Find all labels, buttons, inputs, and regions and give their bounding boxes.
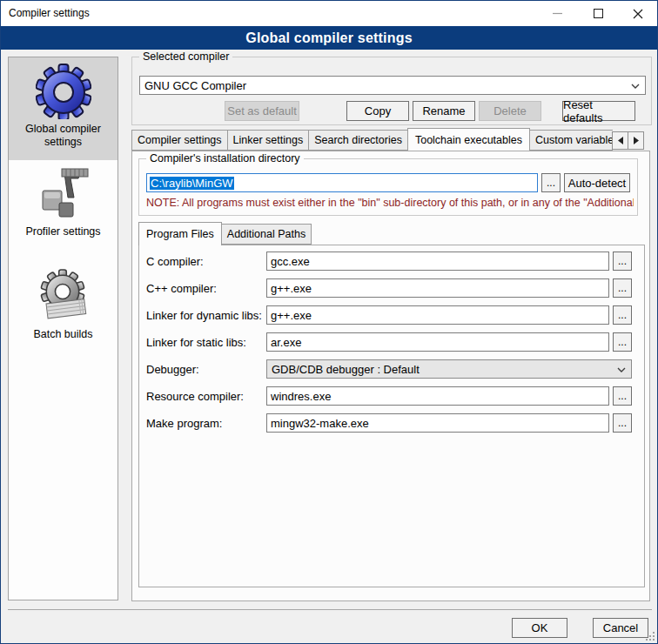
tab-custom-variables[interactable]: Custom variables	[529, 130, 613, 151]
arrow-left-icon	[618, 137, 623, 144]
tab-scroll-right-button[interactable]	[628, 131, 644, 150]
compiler-select-value: GNU GCC Compiler	[144, 79, 246, 92]
footer-separator	[8, 609, 652, 610]
close-button[interactable]	[619, 1, 657, 26]
tab-scroll-arrows	[613, 131, 644, 150]
debugger-select[interactable]: GDB/CDB debugger : Default	[266, 359, 632, 379]
close-icon	[633, 9, 643, 19]
chevron-down-icon	[617, 367, 626, 372]
resource-compiler-browse-button[interactable]: ...	[613, 386, 632, 406]
make-program-input[interactable]	[266, 413, 609, 433]
make-program-browse-button[interactable]: ...	[613, 413, 632, 433]
installation-directory-group-label: Compiler's installation directory	[146, 152, 304, 164]
dynamic-linker-browse-button[interactable]: ...	[613, 305, 632, 325]
maximize-button[interactable]	[578, 1, 618, 26]
blue-gear-icon	[36, 64, 91, 119]
toolchain-executables-page: Compiler's installation directory C:\ray…	[131, 151, 650, 601]
tab-search-directories[interactable]: Search directories	[308, 130, 408, 151]
resource-compiler-input[interactable]	[266, 386, 609, 406]
tab-scroll-left-button[interactable]	[612, 131, 628, 150]
cpp-compiler-label: C++ compiler:	[146, 278, 217, 298]
resource-compiler-label: Resource compiler:	[146, 386, 244, 406]
window-title: Compiler settings	[9, 7, 90, 19]
static-linker-input[interactable]	[266, 332, 609, 352]
sidebar-item-label: Batch builds	[30, 328, 96, 341]
dynamic-linker-input[interactable]	[266, 305, 609, 325]
tab-toolchain-executables[interactable]: Toolchain executables	[407, 128, 530, 151]
tab-compiler-settings[interactable]: Compiler settings	[131, 130, 228, 151]
cpp-compiler-input[interactable]	[266, 278, 609, 298]
debugger-label: Debugger:	[146, 359, 199, 379]
ok-button[interactable]: OK	[512, 618, 567, 638]
cpp-compiler-browse-button[interactable]: ...	[613, 278, 632, 298]
installation-directory-value: C:\raylib\MinGW	[150, 177, 234, 190]
tab-additional-paths[interactable]: Additional Paths	[221, 224, 312, 245]
c-compiler-browse-button[interactable]: ...	[613, 252, 632, 271]
reset-defaults-button[interactable]: Reset defaults	[562, 101, 635, 121]
sidebar-item-global-compiler-settings[interactable]: Global compiler settings	[9, 57, 118, 160]
tab-linker-settings[interactable]: Linker settings	[227, 130, 310, 151]
browse-directory-button[interactable]: ...	[541, 173, 561, 192]
auto-detect-button[interactable]: Auto-detect	[564, 173, 630, 192]
dynamic-linker-label: Linker for dynamic libs:	[146, 305, 262, 325]
c-compiler-label: C compiler:	[146, 252, 204, 271]
rename-button[interactable]: Rename	[413, 101, 475, 121]
resize-grip[interactable]	[644, 630, 655, 641]
compiler-settings-tabstrip: Compiler settings Linker settings Search…	[131, 127, 613, 151]
sidebar-item-batch-builds[interactable]: Batch builds	[9, 263, 118, 366]
tab-program-files[interactable]: Program Files	[138, 222, 222, 245]
compiler-settings-window: Compiler settings Global compiler settin…	[0, 0, 658, 644]
program-files-page: C compiler: ... C++ compiler: ... Linker…	[138, 245, 645, 587]
minimize-button[interactable]	[537, 1, 577, 26]
minimize-icon	[553, 12, 562, 15]
debugger-select-value: GDB/CDB debugger : Default	[272, 363, 420, 376]
delete-button[interactable]: Delete	[479, 101, 541, 121]
installation-directory-group: Compiler's installation directory C:\ray…	[138, 158, 638, 216]
static-linker-browse-button[interactable]: ...	[613, 332, 632, 352]
selected-compiler-group-label: Selected compiler	[139, 50, 232, 63]
maximize-icon	[594, 9, 603, 18]
settings-category-list: Global compiler settings Profiler settin…	[8, 57, 118, 600]
make-program-label: Make program:	[146, 413, 222, 433]
selected-compiler-group: Selected compiler GNU GCC Compiler Set a…	[131, 57, 652, 125]
set-as-default-button[interactable]: Set as default	[225, 101, 299, 121]
cancel-button[interactable]: Cancel	[593, 618, 648, 638]
program-files-tabstrip: Program Files Additional Paths	[138, 222, 312, 245]
sidebar-item-label: Global compiler settings	[9, 123, 118, 149]
chevron-down-icon	[631, 84, 640, 89]
gear-stack-icon	[36, 269, 91, 325]
sidebar-item-profiler-settings[interactable]: Profiler settings	[9, 160, 118, 263]
page-title: Global compiler settings	[1, 26, 657, 50]
sidebar-item-label: Profiler settings	[22, 225, 104, 238]
copy-button[interactable]: Copy	[346, 101, 409, 121]
arrow-right-icon	[634, 137, 639, 144]
installation-directory-input[interactable]: C:\raylib\MinGW	[146, 173, 538, 192]
caliper-icon	[36, 166, 91, 222]
bin-subdirectory-note: NOTE: All programs must exist either in …	[146, 197, 634, 209]
static-linker-label: Linker for static libs:	[146, 332, 246, 352]
c-compiler-input[interactable]	[266, 252, 609, 271]
compiler-select[interactable]: GNU GCC Compiler	[139, 76, 646, 95]
